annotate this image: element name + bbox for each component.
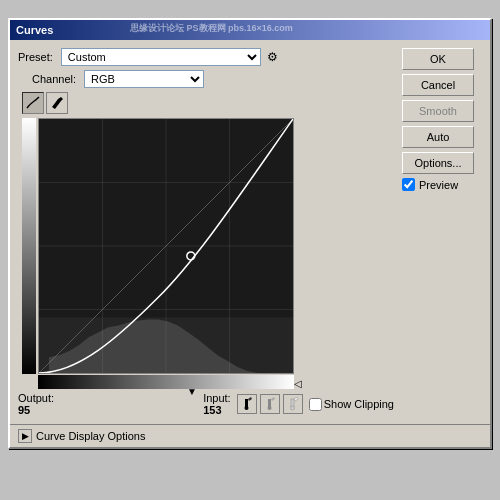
svg-point-14 <box>267 406 271 410</box>
show-clipping-label: Show Clipping <box>324 398 394 410</box>
eyedropper-row <box>237 394 303 414</box>
pencil-icon <box>50 96 64 110</box>
auto-button[interactable]: Auto <box>402 126 474 148</box>
svg-marker-18 <box>294 397 298 401</box>
show-clipping-row: Show Clipping <box>309 398 394 411</box>
output-label: Output: <box>18 392 54 404</box>
expand-row[interactable]: ▶ Curve Display Options <box>10 424 490 447</box>
ok-button[interactable]: OK <box>402 48 474 70</box>
settings-icon[interactable]: ⚙ <box>265 49 281 65</box>
curve-tool-button[interactable] <box>22 92 44 114</box>
output-triangle: ◁ <box>294 378 302 389</box>
white-eyedropper-icon <box>286 397 300 411</box>
gradient-bar-horizontal: ▼ ◁ <box>38 375 294 389</box>
black-eyedropper-button[interactable] <box>237 394 257 414</box>
svg-point-17 <box>290 406 294 410</box>
input-label: Input: <box>203 392 231 404</box>
output-section: Output: 95 <box>18 392 54 416</box>
svg-point-9 <box>187 252 195 260</box>
gray-eyedropper-icon <box>263 397 277 411</box>
preset-label: Preset: <box>18 51 53 63</box>
options-button[interactable]: Options... <box>402 152 474 174</box>
smooth-button[interactable]: Smooth <box>402 100 474 122</box>
curve-wrapper: ▼ ◁ <box>38 118 294 389</box>
preview-checkbox[interactable] <box>402 178 415 191</box>
show-clipping-checkbox[interactable] <box>309 398 322 411</box>
curve-display-options-label: Curve Display Options <box>36 430 145 442</box>
white-eyedropper-button[interactable] <box>283 394 303 414</box>
watermark: 思缘设计论坛 PS教程网 pbs.16×16.com <box>130 22 293 35</box>
input-triangle: ▼ <box>187 386 197 397</box>
preset-select[interactable]: Custom <box>61 48 261 66</box>
preset-row: Preset: Custom ⚙ <box>18 48 394 66</box>
cancel-button[interactable]: Cancel <box>402 74 474 96</box>
dialog-title: Curves <box>16 24 53 36</box>
input-section: Input: 153 <box>203 392 231 416</box>
channel-row: Channel: RGB Red Green Blue <box>18 70 394 88</box>
bottom-controls-row: Output: 95 Input: 153 <box>18 392 394 416</box>
preview-row: Preview <box>402 178 482 191</box>
right-panel: OK Cancel Smooth Auto Options... Preview <box>402 48 482 416</box>
curve-tools <box>18 92 394 114</box>
pencil-tool-button[interactable] <box>46 92 68 114</box>
svg-marker-15 <box>271 397 275 401</box>
title-bar: Curves 思缘设计论坛 PS教程网 pbs.16×16.com <box>10 20 490 40</box>
output-value: 95 <box>18 404 54 416</box>
curve-svg <box>39 119 293 373</box>
preview-label: Preview <box>419 179 458 191</box>
black-eyedropper-icon <box>240 397 254 411</box>
gradient-bar-vertical <box>22 118 36 374</box>
svg-point-11 <box>244 406 248 410</box>
curves-dialog: Curves 思缘设计论坛 PS教程网 pbs.16×16.com Preset… <box>8 18 492 449</box>
curve-icon <box>26 96 40 110</box>
svg-marker-12 <box>248 397 252 401</box>
curve-container[interactable] <box>38 118 294 374</box>
expand-icon: ▶ <box>18 429 32 443</box>
svg-rect-10 <box>245 399 248 407</box>
input-value: 153 <box>203 404 231 416</box>
channel-label: Channel: <box>32 73 76 85</box>
gray-eyedropper-button[interactable] <box>260 394 280 414</box>
svg-rect-13 <box>268 399 271 407</box>
left-panel: Preset: Custom ⚙ Channel: RGB Red Green … <box>18 48 394 416</box>
channel-select[interactable]: RGB Red Green Blue <box>84 70 204 88</box>
dialog-body: Preset: Custom ⚙ Channel: RGB Red Green … <box>10 40 490 424</box>
